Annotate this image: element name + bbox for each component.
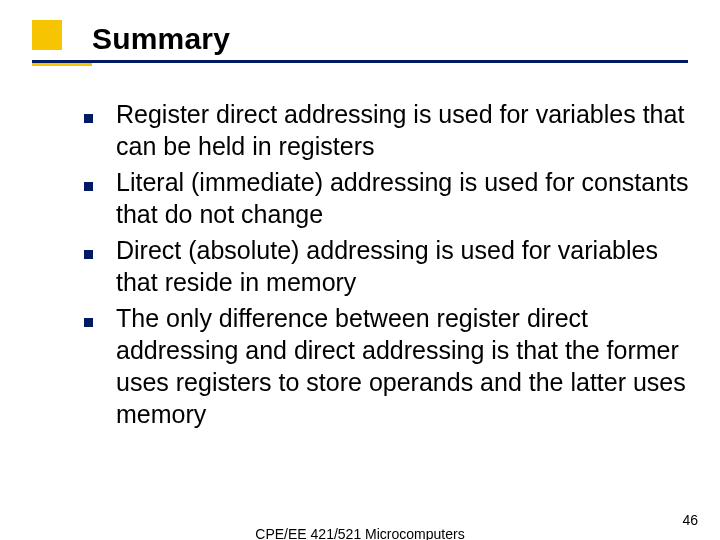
list-item-text: Direct (absolute) addressing is used for… — [116, 234, 700, 298]
bullet-icon — [78, 312, 98, 332]
list-item: The only difference between register dir… — [78, 302, 700, 430]
page-number: 46 — [682, 512, 698, 528]
title-rule — [32, 60, 688, 63]
bullet-icon — [78, 108, 98, 128]
content: Register direct addressing is used for v… — [78, 98, 700, 434]
title-rule-accent — [32, 63, 92, 66]
list-item: Literal (immediate) addressing is used f… — [78, 166, 700, 230]
slide: Summary Register direct addressing is us… — [0, 0, 720, 540]
course-label: CPE/EE 421/521 Microcomputers — [0, 526, 720, 540]
list-item-text: Literal (immediate) addressing is used f… — [116, 166, 700, 230]
title-wrap: Summary — [92, 22, 690, 56]
list-item-text: Register direct addressing is used for v… — [116, 98, 700, 162]
slide-title: Summary — [92, 22, 690, 56]
bullet-icon — [78, 244, 98, 264]
list-item: Register direct addressing is used for v… — [78, 98, 700, 162]
title-accent-block — [32, 20, 62, 50]
list-item-text: The only difference between register dir… — [116, 302, 700, 430]
list-item: Direct (absolute) addressing is used for… — [78, 234, 700, 298]
bullet-icon — [78, 176, 98, 196]
